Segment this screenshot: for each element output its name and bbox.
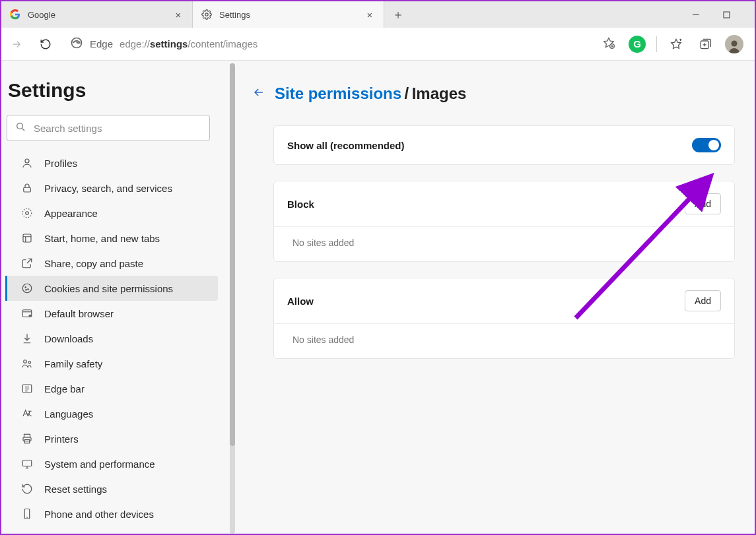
close-icon[interactable]: × xyxy=(172,9,184,20)
settings-sidebar: Settings ProfilesPrivacy, search, and se… xyxy=(1,61,230,534)
toolbar: Edge edge://settings/content/images G xyxy=(1,28,755,61)
sidebar-item-label: Reset settings xyxy=(44,484,107,495)
sidebar-item-start[interactable]: Start, home, and new tabs xyxy=(5,226,218,251)
sidebar-item-label: Cookies and site permissions xyxy=(44,283,173,294)
share-icon xyxy=(20,257,34,269)
sidebar-item-label: Printers xyxy=(44,433,79,445)
sidebar-item-family[interactable]: Family safety xyxy=(5,351,218,376)
svg-point-14 xyxy=(25,287,26,288)
sidebar-item-lock[interactable]: Privacy, search, and services xyxy=(5,175,218,201)
tab-title: Google xyxy=(28,10,166,20)
svg-point-15 xyxy=(28,289,29,290)
svg-rect-12 xyxy=(23,234,31,242)
block-add-button[interactable]: Add xyxy=(685,193,721,214)
extension-grammarly[interactable]: G xyxy=(625,32,650,57)
lang-icon xyxy=(20,408,34,420)
sidebar-item-lang[interactable]: Languages xyxy=(5,401,218,426)
minimize-button[interactable] xyxy=(681,1,711,28)
show-all-toggle[interactable] xyxy=(692,138,721,152)
google-favicon-icon xyxy=(9,9,21,20)
new-tab-button[interactable]: ＋ xyxy=(384,1,412,28)
sidebar-item-printer[interactable]: Printers xyxy=(5,426,218,451)
svg-point-6 xyxy=(732,40,738,46)
svg-rect-9 xyxy=(24,187,31,192)
sidebar-item-download[interactable]: Downloads xyxy=(5,326,218,351)
refresh-button[interactable] xyxy=(33,32,58,57)
window-spacer xyxy=(741,1,755,28)
profile-avatar[interactable] xyxy=(722,32,747,57)
show-all-label: Show all (recommended) xyxy=(287,140,692,151)
appearance-icon xyxy=(20,207,34,219)
title-bar: Google × Settings × ＋ xyxy=(1,1,755,28)
gear-icon xyxy=(201,9,213,20)
reset-icon xyxy=(20,483,34,495)
sidebar-item-share[interactable]: Share, copy and paste xyxy=(5,251,218,276)
system-icon xyxy=(20,458,34,470)
edge-label: Edge xyxy=(90,38,113,49)
sidebar-item-label: Default browser xyxy=(44,308,114,319)
sidebar-item-appearance[interactable]: Appearance xyxy=(5,201,218,226)
sidebar-item-profile[interactable]: Profiles xyxy=(5,150,218,175)
svg-rect-2 xyxy=(724,12,730,18)
block-empty-text: No sites added xyxy=(274,226,734,261)
printer-icon xyxy=(20,433,34,445)
favorite-add-icon[interactable] xyxy=(602,36,615,51)
breadcrumb: Site permissions / Images xyxy=(252,84,735,103)
cookie-icon xyxy=(20,282,34,294)
svg-rect-22 xyxy=(24,434,30,437)
settings-main-panel: Site permissions / Images Show all (reco… xyxy=(235,61,755,534)
block-card: Block Add No sites added xyxy=(273,181,735,262)
close-icon[interactable]: × xyxy=(364,9,376,20)
forward-button[interactable] xyxy=(4,32,29,57)
breadcrumb-link[interactable]: Site permissions xyxy=(275,84,401,102)
sidebar-item-label: Profiles xyxy=(44,158,77,169)
address-bar[interactable]: Edge edge://settings/content/images xyxy=(62,32,621,56)
collections-button[interactable] xyxy=(693,32,718,57)
search-input[interactable] xyxy=(34,123,201,134)
sidebar-item-system[interactable]: System and performance xyxy=(5,451,218,476)
svg-point-19 xyxy=(24,360,27,363)
start-icon xyxy=(20,232,34,244)
sidebar-scrollbar[interactable] xyxy=(230,63,235,534)
svg-point-10 xyxy=(22,208,32,218)
tab-settings[interactable]: Settings × xyxy=(193,1,384,28)
edgebar-icon xyxy=(20,383,34,394)
svg-point-7 xyxy=(17,123,23,129)
separator xyxy=(656,36,657,52)
allow-empty-text: No sites added xyxy=(274,323,734,358)
block-label: Block xyxy=(287,199,685,210)
allow-card: Allow Add No sites added xyxy=(273,278,735,359)
allow-add-button[interactable]: Add xyxy=(685,290,721,311)
svg-point-20 xyxy=(28,362,31,364)
sidebar-item-label: Downloads xyxy=(44,333,93,344)
search-settings-box[interactable] xyxy=(7,115,210,141)
sidebar-item-label: Privacy, search, and services xyxy=(44,183,172,194)
url-display: edge://settings/content/images xyxy=(120,38,258,49)
phone-icon xyxy=(20,508,34,520)
tab-title: Settings xyxy=(219,10,357,20)
sidebar-item-label: Family safety xyxy=(44,358,102,369)
maximize-button[interactable] xyxy=(711,1,741,28)
show-all-card: Show all (recommended) xyxy=(273,125,735,165)
back-arrow-icon[interactable] xyxy=(252,86,265,102)
favorites-button[interactable] xyxy=(664,32,689,57)
sidebar-item-reset[interactable]: Reset settings xyxy=(5,476,218,501)
lock-icon xyxy=(20,182,34,194)
browser-icon xyxy=(20,307,34,319)
settings-heading: Settings xyxy=(5,79,218,102)
content-area: Settings ProfilesPrivacy, search, and se… xyxy=(1,61,755,534)
sidebar-item-cookie[interactable]: Cookies and site permissions xyxy=(5,276,218,301)
edge-logo-icon xyxy=(70,36,83,51)
sidebar-item-browser[interactable]: Default browser xyxy=(5,301,218,326)
sidebar-item-label: Edge bar xyxy=(44,383,85,394)
sidebar-item-label: Share, copy and paste xyxy=(44,258,143,269)
family-icon xyxy=(20,358,34,369)
sidebar-item-label: System and performance xyxy=(44,458,155,470)
profile-icon xyxy=(20,157,34,169)
breadcrumb-current: Images xyxy=(412,84,467,102)
window-controls xyxy=(681,1,755,28)
tab-google[interactable]: Google × xyxy=(1,1,193,28)
sidebar-item-label: Languages xyxy=(44,408,93,420)
sidebar-item-edgebar[interactable]: Edge bar xyxy=(5,376,218,401)
sidebar-item-phone[interactable]: Phone and other devices xyxy=(5,501,218,526)
